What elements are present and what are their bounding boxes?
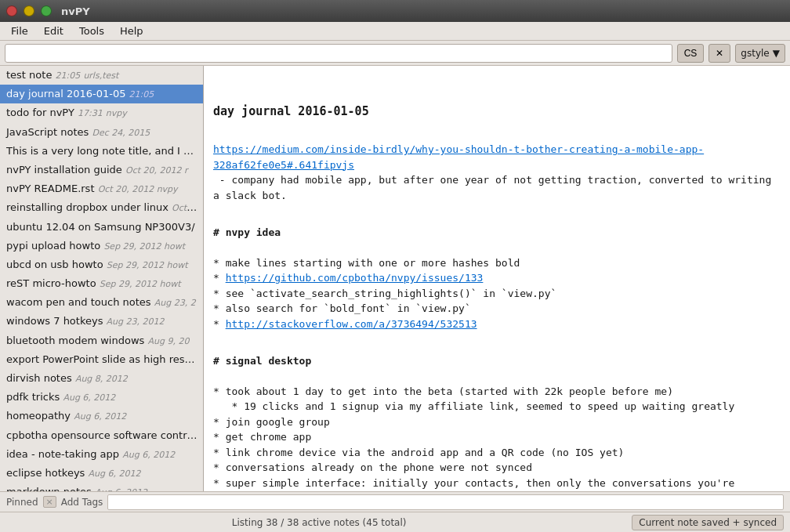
cs-button[interactable]: CS xyxy=(677,44,705,63)
list-item[interactable]: eclipse hotkeys Aug 6, 2012 xyxy=(0,464,203,483)
editor-line: https://medium.com/inside-birdly/why-you… xyxy=(213,142,781,172)
editor-line: # signal desktop xyxy=(213,353,781,369)
save-status: Current note saved + synced xyxy=(632,515,784,530)
chevron-down-icon: ▼ xyxy=(773,48,780,59)
list-item[interactable]: homeopathy Aug 6, 2012 xyxy=(0,407,203,425)
editor-link[interactable]: https://github.com/cpbotha/nvpy/issues/1… xyxy=(226,272,484,284)
note-list[interactable]: test note 21:05 urls,testday journal 201… xyxy=(0,66,204,491)
list-item[interactable]: windows 7 hotkeys Aug 23, 2012 xyxy=(0,312,203,331)
titlebar: nvPY xyxy=(0,0,790,22)
editor-line: * 19 clicks and 1 signup via my affiliat… xyxy=(213,399,781,414)
editor-line: # nvpy idea xyxy=(213,225,781,241)
close-button[interactable] xyxy=(6,5,17,16)
list-item[interactable]: day journal 2016-01-05 21:05 xyxy=(0,85,203,103)
tags-input[interactable] xyxy=(107,494,784,510)
listing-status: Listing 38 / 38 active notes (45 total) xyxy=(6,517,632,528)
list-item[interactable]: todo for nvPY 17:31 nvpy xyxy=(0,103,203,122)
search-input[interactable] xyxy=(5,44,672,63)
tag-bar: Pinned × Add Tags xyxy=(0,491,790,512)
editor-line: * make lines starting with one or more h… xyxy=(213,255,781,271)
list-item[interactable]: cpbotha opensource software contribu xyxy=(0,426,203,445)
list-item[interactable]: ubcd on usb howto Sep 29, 2012 howt xyxy=(0,255,203,274)
menu-edit[interactable]: Edit xyxy=(36,24,71,38)
list-item[interactable]: pypi upload howto Sep 29, 2012 howt xyxy=(0,237,203,255)
list-item[interactable]: reST micro-howto Sep 29, 2012 howt xyxy=(0,274,203,293)
style-label: gstyle xyxy=(741,48,769,59)
editor-line: * see `activate_search_string_highlights… xyxy=(213,286,781,302)
editor-line xyxy=(213,127,781,143)
editor-line: * https://github.com/cpbotha/nvpy/issues… xyxy=(213,270,781,286)
editor-line: * super simple interface: initially your… xyxy=(213,476,781,492)
menubar: File Edit Tools Help xyxy=(0,22,790,41)
editor-line: * also search for `bold_font` in `view.p… xyxy=(213,301,781,317)
menu-tools[interactable]: Tools xyxy=(71,24,112,38)
list-item[interactable]: dirvish notes Aug 8, 2012 xyxy=(0,369,203,388)
style-dropdown[interactable]: gstyle ▼ xyxy=(735,44,785,63)
list-item[interactable]: JavaScript notes Dec 24, 2015 xyxy=(0,123,203,142)
editor-line: - company had mobile app, but after one … xyxy=(213,172,781,203)
editor-line: * get chrome app xyxy=(213,429,781,445)
editor-title: day journal 2016-01-05 xyxy=(213,103,781,121)
editor-link[interactable]: http://stackoverflow.com/a/3736494/53251… xyxy=(226,318,477,330)
editor-line: * link chrome device via the android app… xyxy=(213,445,781,461)
searchbar: CS ✕ gstyle ▼ xyxy=(0,41,790,66)
minimize-button[interactable] xyxy=(24,5,34,16)
list-item[interactable]: reinstalling dropbox under linux Oct 15 xyxy=(0,198,203,217)
list-item[interactable]: bluetooth modem windows Aug 9, 20 xyxy=(0,331,203,350)
note-editor[interactable]: day journal 2016-01-05 https://medium.co… xyxy=(204,66,790,491)
app-title: nvPY xyxy=(61,5,90,17)
editor-line xyxy=(213,331,781,347)
pinned-remove-button[interactable]: × xyxy=(43,496,56,508)
editor-line: * conversations already on the phone wer… xyxy=(213,460,781,476)
editor-line: * http://stackoverflow.com/a/3736494/532… xyxy=(213,317,781,332)
list-item[interactable]: wacom pen and touch notes Aug 23, 2 xyxy=(0,293,203,312)
editor-line: * took about 1 day to get into the beta … xyxy=(213,384,781,400)
editor-line xyxy=(213,203,781,219)
menu-help[interactable]: Help xyxy=(112,24,151,38)
list-item[interactable]: markdown notes Aug 6, 2012 xyxy=(0,483,203,491)
list-item[interactable]: pdfk tricks Aug 6, 2012 xyxy=(0,388,203,407)
list-item[interactable]: nvPY README.rst Oct 20, 2012 nvpy xyxy=(0,179,203,198)
list-item[interactable]: idea - note-taking app Aug 6, 2012 xyxy=(0,445,203,464)
status-bar: Listing 38 / 38 active notes (45 total) … xyxy=(0,512,790,532)
list-item[interactable]: test note 21:05 urls,test xyxy=(0,66,203,85)
add-tags-label: Add Tags xyxy=(61,497,103,508)
list-item[interactable]: export PowerPoint slide as high resolu xyxy=(0,350,203,369)
main-area: test note 21:05 urls,testday journal 201… xyxy=(0,66,790,491)
pinned-label: Pinned xyxy=(6,497,38,508)
maximize-button[interactable] xyxy=(41,5,52,16)
editor-link[interactable]: https://medium.com/inside-birdly/why-you… xyxy=(213,143,704,171)
editor-line xyxy=(213,240,781,255)
editor-line: * join google group xyxy=(213,414,781,430)
editor-line xyxy=(213,368,781,384)
menu-file[interactable]: File xyxy=(3,24,36,38)
list-item[interactable]: ubuntu 12.04 on Samsung NP300V3/ xyxy=(0,218,203,237)
editor-area: day journal 2016-01-05 https://medium.co… xyxy=(204,66,790,491)
close-search-button[interactable]: ✕ xyxy=(708,44,730,63)
list-item[interactable]: nvPY installation guide Oct 20, 2012 r xyxy=(0,161,203,179)
list-item[interactable]: This is a very long note title, and I wi… xyxy=(0,142,203,161)
